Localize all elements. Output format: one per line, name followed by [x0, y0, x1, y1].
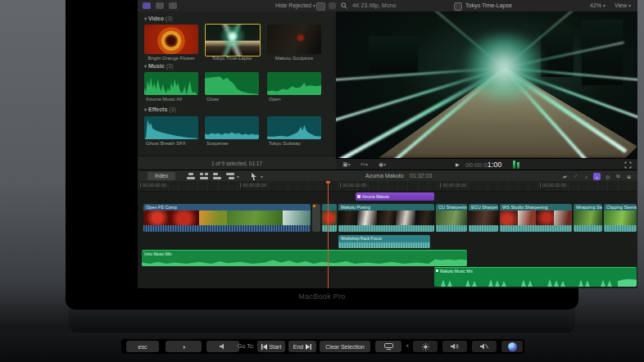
chevron-down-icon: ▾: [348, 162, 351, 167]
solo-icon[interactable]: ◎: [604, 173, 611, 180]
clip-waveform: [434, 275, 637, 287]
go-to-end-button[interactable]: End: [288, 341, 316, 352]
section-header-effects[interactable]: ▾ Effects (3): [144, 106, 176, 112]
go-to-start-button[interactable]: Start: [257, 341, 285, 352]
clip-small-1[interactable]: [312, 204, 320, 232]
clip-waveform: [143, 225, 311, 232]
chevron-left-icon[interactable]: ‹: [406, 342, 409, 350]
clip-label: Wrapping Stems: [576, 205, 602, 210]
transform-menu-icon[interactable]: ▣▾: [342, 161, 351, 168]
clip-thumbnail-makoto-sculpture[interactable]: [267, 25, 321, 54]
clip-filmstrip: [338, 210, 434, 225]
effects-browser-icon[interactable]: ⧉: [615, 173, 622, 180]
section-header-music[interactable]: ▾ Music (3): [144, 63, 173, 69]
clip-clipping-stems[interactable]: Clipping Stems: [604, 204, 637, 232]
clip-workshop-rack-focus[interactable]: Workshop Rack Focus: [338, 235, 430, 248]
trim-icon[interactable]: ⇄: [561, 173, 569, 180]
mute-button[interactable]: [472, 341, 497, 352]
audio-skimming-icon[interactable]: ♪: [583, 173, 590, 180]
clip-waveform: [338, 225, 434, 232]
viewer-zoom-menu[interactable]: 42% ▾: [590, 2, 605, 8]
clip-thumbnail-tokyo-time-lapse[interactable]: [205, 24, 261, 57]
clip-intro-music-mix[interactable]: Intro Music Mix: [142, 250, 467, 266]
clip-ecu-sharpening[interactable]: ECU Sharpening: [469, 204, 498, 232]
clip-label: Makoto Music Mix: [440, 269, 473, 274]
volume-button[interactable]: [442, 341, 467, 352]
retime-menu-icon[interactable]: ✂▾: [361, 161, 368, 168]
esc-button[interactable]: esc: [126, 341, 159, 352]
clip-makoto-posing[interactable]: Makoto Posing: [338, 204, 434, 232]
connect-clip-icon[interactable]: [187, 173, 195, 179]
select-tool-icon[interactable]: [251, 173, 257, 180]
chevron-down-icon: ▾: [628, 3, 631, 8]
clip-thumbnail-open[interactable]: [267, 72, 321, 95]
viewer: ▣▾ ✂▾ ◉▾ ▶ 00:00:01:00: [336, 11, 637, 170]
skimming-icon[interactable]: ⟋: [572, 173, 579, 180]
hinge: [69, 310, 575, 334]
clip-thumbnail-azuma-music[interactable]: [144, 72, 198, 95]
siri-button[interactable]: [501, 341, 523, 352]
chevron-down-icon[interactable]: ▾: [261, 174, 263, 179]
clip-label: Makoto Sculpture: [265, 56, 323, 61]
chevron-down-icon: ▾: [603, 3, 605, 8]
viewer-clip-title: Tokyo Time-Lapse: [465, 2, 512, 8]
clip-thumbnail-suspense[interactable]: [205, 116, 259, 139]
disclosure-triangle-icon: ▾: [144, 16, 147, 21]
snapping-icon[interactable]: ⌄: [593, 173, 601, 180]
project-name: Azuma Makoto: [365, 173, 404, 179]
titles-generators-icon[interactable]: [169, 2, 177, 9]
libraries-sidebar-icon[interactable]: [143, 2, 151, 9]
clip-label: Workshop Rack Focus: [341, 236, 382, 241]
clip-wrapping-stems[interactable]: Wrapping Stems: [574, 204, 602, 232]
chevron-down-icon[interactable]: ▾: [237, 174, 239, 179]
timeline-ruler[interactable]: 00:00:00:00 00:00:05:00 00:00:10:00 00:0…: [138, 181, 637, 192]
clip-ws-studio-sharpening[interactable]: WS Studio Sharpening: [500, 204, 572, 232]
brightness-button[interactable]: [413, 341, 438, 352]
clip-label: Close: [206, 97, 264, 102]
search-icon[interactable]: [341, 2, 347, 9]
audio-meter[interactable]: [513, 161, 515, 169]
zoom-level: 42%: [590, 2, 601, 8]
title-badge-icon: [357, 195, 361, 198]
index-button[interactable]: Index: [147, 172, 175, 180]
clip-thumbnail-tokyo-subway[interactable]: [267, 116, 321, 139]
clip-waveform: [574, 225, 602, 232]
insert-clip-icon[interactable]: [200, 173, 208, 179]
disclosure-triangle-icon: ▾: [144, 64, 147, 69]
clear-selection-button[interactable]: Clear Selection: [320, 341, 370, 352]
photos-audio-sidebar-icon[interactable]: [156, 2, 164, 9]
clip-makoto-music-mix[interactable]: Makoto Music Mix: [434, 267, 637, 287]
disclosure-triangle-icon: ▾: [144, 107, 147, 112]
clip-label: ECU Sharpening: [471, 205, 498, 210]
color-menu-icon[interactable]: ◉▾: [379, 161, 386, 168]
playhead[interactable]: [328, 181, 329, 288]
append-clip-icon[interactable]: [213, 173, 221, 179]
list-view-icon[interactable]: [329, 2, 336, 9]
viewer-view-menu[interactable]: View ▾: [615, 2, 631, 8]
clip-small-2[interactable]: [322, 204, 337, 232]
clip-cu-sharpening[interactable]: CU Sharpening: [436, 204, 467, 232]
clip-open-fs-comp[interactable]: Open FS Comp: [143, 204, 311, 232]
section-header-video[interactable]: ▾ Video (3): [144, 16, 172, 21]
transitions-browser-icon[interactable]: ⊞: [625, 173, 633, 180]
clip-waveform: [436, 225, 467, 232]
clip-thumbnail-bright-orange-flower[interactable]: [144, 25, 198, 54]
clip-appearance-icon[interactable]: [316, 2, 325, 11]
mute-icon: [480, 343, 489, 350]
clip-label: Tokyo Time-Lapse: [203, 56, 261, 61]
fullscreen-icon[interactable]: [624, 161, 632, 169]
audio-meter[interactable]: [517, 162, 519, 169]
title-clip-azuma-makoto[interactable]: Azuma Makoto: [356, 192, 434, 201]
play-icon[interactable]: ▶: [456, 161, 460, 167]
clip-thumbnail-close[interactable]: [205, 72, 259, 95]
clip-thumbnail-ghost-breath[interactable]: [144, 116, 198, 139]
clip-label: Clipping Stems: [606, 205, 637, 210]
hide-rejected-filter[interactable]: Hide Rejected ▾: [275, 2, 315, 8]
brightness-toggle-button[interactable]: ◑: [166, 341, 202, 352]
browser-status-bar: 1 of 9 selected, 01:17: [138, 156, 336, 170]
keyboard-display-button[interactable]: [375, 341, 401, 352]
brightness-icon: [422, 343, 429, 351]
overwrite-clip-icon[interactable]: [226, 173, 234, 179]
ruler-timecode: 00:00:05:00: [240, 183, 266, 188]
speaker-button[interactable]: [206, 341, 239, 352]
